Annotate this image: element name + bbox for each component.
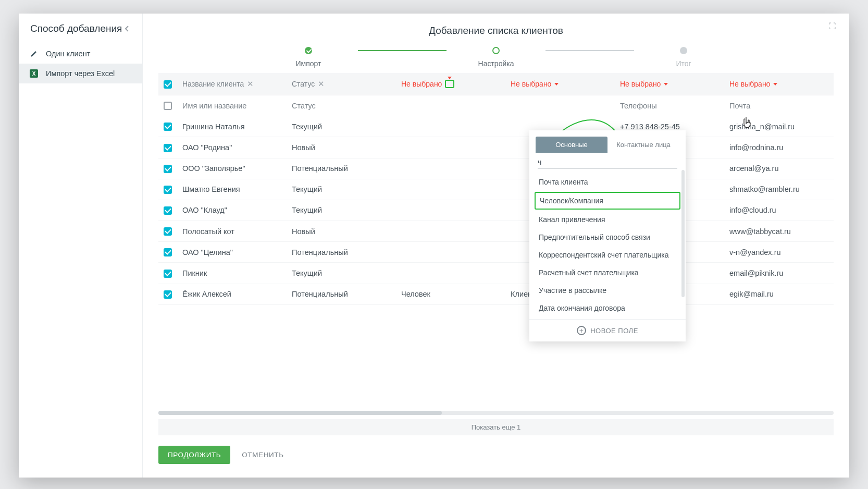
cell-name: Гришина Наталья — [177, 116, 287, 137]
dropdown-item[interactable]: Дата окончания договора — [529, 299, 686, 317]
table-row: Шматко Евгения Текущий +7 913 915-87-26 … — [158, 179, 834, 200]
cell-status: Текущий — [287, 179, 396, 200]
column-selector-1[interactable]: Не выбрано — [401, 80, 454, 88]
cell-name: Пикник — [177, 263, 287, 284]
column-selector-2[interactable]: Не выбрано — [511, 80, 559, 88]
cursor-pointer-icon — [742, 116, 753, 132]
row-checkbox[interactable] — [164, 144, 172, 152]
main-panel: Добавление списка клиентов ⛶ Импорт Наст… — [143, 14, 849, 478]
column-selector-4[interactable]: Не выбрано — [729, 80, 777, 88]
row-checkbox[interactable] — [164, 270, 172, 278]
cell: Человек — [396, 284, 505, 304]
column-selector-3[interactable]: Не выбрано — [620, 80, 668, 88]
dropdown-item[interactable]: Предпочтительный способ связи — [529, 228, 686, 246]
step-setup[interactable]: Настройка — [447, 47, 545, 68]
table-row: ООО "Заполярье" Потенциальный +7 495 744… — [158, 158, 834, 179]
clear-column-icon[interactable]: ✕ — [318, 79, 325, 89]
footer: ПРОДОЛЖИТЬ ОТМЕНИТЬ — [143, 435, 849, 478]
dropdown-tab-contacts[interactable]: Контактные лица — [607, 137, 679, 153]
table-row: Гришина Наталья Текущий +7 913 848-25-45… — [158, 116, 834, 137]
sidebar-title: Способ добавления — [30, 23, 122, 34]
select-all-checkbox[interactable] — [164, 80, 172, 89]
cell — [396, 116, 505, 137]
row-checkbox[interactable] — [164, 186, 172, 194]
cell-status: Потенциальный — [287, 158, 396, 179]
row-checkbox[interactable] — [164, 248, 172, 256]
cell-status: Текущий — [287, 200, 396, 221]
dropdown-item[interactable]: Почта клиента — [529, 173, 686, 191]
dropdown-item[interactable]: Участие в рассылке — [529, 282, 686, 299]
cell-name: ОАО "Клауд" — [177, 200, 287, 221]
field-dropdown: Основные Контактные лица Почта клиента Ч… — [529, 130, 686, 341]
mapping-table: Название клиента✕ Статус✕ Не выбрано Не … — [158, 73, 834, 305]
table-row: ОАО "Клауд" Текущий +7 495 650-12-85 inf… — [158, 200, 834, 221]
dropdown-scrollbar[interactable] — [681, 170, 685, 297]
cell-mail: www@tabbycat.ru — [724, 221, 834, 242]
dropdown-new-field[interactable]: + НОВОЕ ПОЛЕ — [529, 319, 686, 341]
table-subheader-row: Имя или название Статус Телефоны Почта — [158, 95, 834, 116]
collapse-sidebar-icon[interactable] — [122, 24, 132, 33]
cell: Почта — [724, 95, 834, 116]
table-row: Полосатый кот Новый +7 822 795-45-71 www… — [158, 221, 834, 242]
pencil-icon — [29, 49, 39, 58]
dropdown-list: Почта клиента Человек/Компания Канал при… — [529, 171, 686, 319]
step-dot-icon — [305, 47, 312, 54]
sidebar: Способ добавления Один клиент X Импорт ч… — [19, 14, 143, 478]
cell-status: Потенциальный — [287, 242, 396, 263]
cell: Телефоны — [615, 95, 724, 116]
step-import[interactable]: Импорт — [259, 47, 358, 68]
step-result: Итог — [634, 47, 733, 68]
dropdown-tab-main[interactable]: Основные — [536, 137, 607, 153]
continue-button[interactable]: ПРОДОЛЖИТЬ — [158, 446, 230, 464]
cell-name: Шматко Евгения — [177, 179, 287, 200]
column-header-status[interactable]: Статус✕ — [292, 79, 325, 89]
row-checkbox[interactable] — [164, 227, 172, 236]
cell-mail: arcenal@ya.ru — [724, 158, 834, 179]
cancel-button[interactable]: ОТМЕНИТЬ — [242, 451, 283, 459]
cell-mail: egik@mail.ru — [724, 284, 834, 304]
row-checkbox[interactable] — [164, 102, 172, 110]
horizontal-scrollbar[interactable] — [158, 411, 834, 415]
cell-mail: grishina_n@mail.ru — [724, 116, 834, 137]
row-checkbox[interactable] — [164, 123, 172, 131]
cell-status: Новый — [287, 221, 396, 242]
row-checkbox[interactable] — [164, 206, 172, 215]
caret-down-icon — [445, 80, 454, 88]
cell-name: ООО "Заполярье" — [177, 158, 287, 179]
dropdown-item-highlighted[interactable]: Человек/Компания — [535, 192, 680, 210]
excel-icon: X — [29, 69, 39, 78]
stepper: Импорт Настройка Итог — [143, 47, 849, 68]
cell — [396, 158, 505, 179]
dropdown-item[interactable]: Корреспондентский счет плательщика — [529, 246, 686, 264]
clear-column-icon[interactable]: ✕ — [247, 79, 254, 89]
cell — [396, 263, 505, 284]
column-header-name[interactable]: Название клиента✕ — [182, 79, 254, 89]
show-more-button[interactable]: Показать еще 1 — [158, 419, 834, 435]
dropdown-search-input[interactable] — [538, 156, 677, 169]
dropdown-item[interactable]: Канал привлечения — [529, 211, 686, 228]
cell: Имя или название — [177, 95, 287, 116]
dropdown-item[interactable]: Расчетный счет плательщика — [529, 264, 686, 282]
sidebar-item-import-excel[interactable]: X Импорт через Excel — [19, 64, 142, 83]
cell-name: Ёжик Алексей — [177, 284, 287, 304]
cell — [396, 137, 505, 158]
plus-circle-icon: + — [577, 326, 586, 335]
table-row: ОАО "Целина" Потенциальный +7 916 265-84… — [158, 242, 834, 263]
cell — [396, 242, 505, 263]
expand-icon[interactable]: ⛶ — [828, 22, 836, 30]
table-row: ОАО "Родина" Новый +7 495 556-96-06 info… — [158, 137, 834, 158]
cell: Статус — [287, 95, 396, 116]
step-dot-icon — [492, 47, 500, 54]
row-checkbox[interactable] — [164, 290, 172, 299]
cell-name: ОАО "Родина" — [177, 137, 287, 158]
table-row: Пикник Текущий +7 495 355-40-55 email@pi… — [158, 263, 834, 284]
step-dot-icon — [680, 47, 687, 54]
cell-status: Текущий — [287, 116, 396, 137]
row-checkbox[interactable] — [164, 165, 172, 173]
step-bar — [545, 50, 634, 51]
step-label: Настройка — [478, 59, 514, 68]
modal-add-clients: Способ добавления Один клиент X Импорт ч… — [19, 14, 849, 478]
caret-down-icon — [773, 83, 777, 85]
sidebar-item-single-client[interactable]: Один клиент — [19, 44, 142, 64]
cell-status: Потенциальный — [287, 284, 396, 304]
